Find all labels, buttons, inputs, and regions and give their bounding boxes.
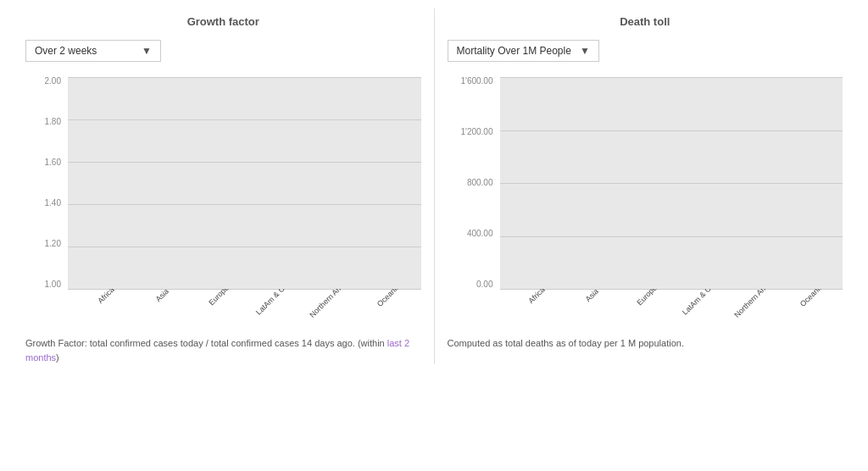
- right-x-label-africa: Africa: [520, 289, 548, 301]
- left-y-label-0: 2.00: [45, 77, 61, 86]
- right-dropdown-container: Mortality Over 1M People ▼: [448, 40, 843, 62]
- left-y-label-2: 1.60: [45, 158, 61, 167]
- left-x-label-africa: Africa: [88, 289, 117, 301]
- right-y-label-2: 800.00: [467, 179, 493, 187]
- left-panel-title: Growth factor: [25, 15, 421, 28]
- right-y-axis: 1'600.00 1'200.00 800.00 400.00 0.00: [448, 77, 498, 289]
- left-x-label-europe: Europe: [202, 289, 231, 301]
- right-footnote: Computed as total deaths as of today per…: [448, 336, 843, 351]
- left-y-axis: 2.00 1.80 1.60 1.40 1.20 1.00: [25, 77, 66, 289]
- left-x-label-oceania: Oceania: [371, 289, 400, 301]
- right-x-axis: Africa Asia Europe LatAm & Carib. Northe…: [500, 289, 843, 323]
- left-y-label-3: 1.40: [45, 199, 61, 208]
- right-y-label-1: 1'200.00: [460, 128, 492, 136]
- right-footnote-text: Computed as total deaths as of today per…: [448, 338, 684, 348]
- left-chart-wrapper: 2.00 1.80 1.60 1.40 1.20 1.00: [25, 77, 421, 323]
- right-dropdown[interactable]: Mortality Over 1M People ▼: [448, 40, 599, 62]
- left-bars: [68, 77, 421, 289]
- left-panel: Growth factor Over 2 weeks ▼ 2.00 1.80 1…: [17, 8, 430, 364]
- panel-divider: [434, 8, 435, 364]
- left-x-label-northam: Northern America: [314, 289, 343, 301]
- right-panel-title: Death toll: [448, 15, 843, 28]
- left-y-label-5: 1.00: [45, 280, 61, 289]
- left-y-label-4: 1.20: [45, 240, 61, 248]
- right-dropdown-value: Mortality Over 1M People: [457, 45, 571, 57]
- right-panel: Death toll Mortality Over 1M People ▼ 1'…: [439, 8, 852, 364]
- left-dropdown-container: Over 2 weeks ▼: [25, 40, 421, 62]
- right-dropdown-arrow: ▼: [580, 45, 590, 57]
- left-x-axis: Africa Asia Europe LatAm & Carib. Northe…: [68, 289, 421, 323]
- right-bars: [500, 77, 843, 289]
- left-footnote-text: Growth Factor: total confirmed cases tod…: [25, 338, 409, 363]
- right-y-label-3: 400.00: [467, 230, 493, 238]
- left-y-label-1: 1.80: [45, 118, 61, 126]
- left-chart-area: [68, 77, 421, 289]
- left-dropdown-value: Over 2 weeks: [35, 45, 97, 57]
- right-chart-wrapper: 1'600.00 1'200.00 800.00 400.00 0.00: [448, 77, 843, 323]
- right-y-label-0: 1'600.00: [460, 77, 492, 86]
- left-dropdown[interactable]: Over 2 weeks ▼: [25, 40, 161, 62]
- left-x-label-asia: Asia: [145, 289, 174, 301]
- left-footnote: Growth Factor: total confirmed cases tod…: [25, 336, 421, 364]
- right-y-label-4: 0.00: [476, 280, 492, 289]
- right-x-label-latam: LatAm & Carib.: [684, 289, 713, 301]
- right-x-label-europe: Europe: [629, 289, 658, 301]
- right-chart-area: [500, 77, 843, 289]
- main-container: Growth factor Over 2 weeks ▼ 2.00 1.80 1…: [0, 0, 868, 373]
- right-x-label-oceania: Oceania: [794, 289, 823, 301]
- right-x-label-asia: Asia: [575, 289, 604, 301]
- left-dropdown-arrow: ▼: [142, 45, 152, 57]
- left-x-label-latam: LatAm & Carib.: [259, 289, 287, 301]
- right-x-label-northam: Northern America: [739, 289, 768, 301]
